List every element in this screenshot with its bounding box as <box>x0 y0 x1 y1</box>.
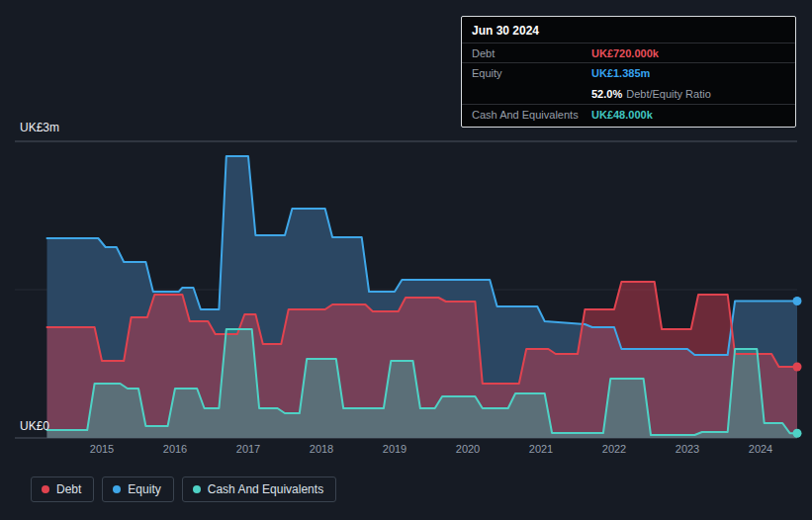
x-axis-tick-label: 2022 <box>602 443 626 455</box>
x-axis: 2015201620172018201920202021202220232024 <box>0 443 812 459</box>
tooltip-date: Jun 30 2024 <box>462 17 795 43</box>
debt-series-dot-icon <box>42 485 49 493</box>
chart-legend: Debt Equity Cash And Equivalents <box>31 477 336 502</box>
debt-equity-history-panel: UK£3m UK£0 20152016201720182019202020212… <box>0 0 812 520</box>
tooltip-ratio-label: Debt/Equity Ratio <box>626 88 711 100</box>
x-axis-tick-label: 2017 <box>236 443 260 455</box>
tooltip-debt-value: UK£720.000k <box>591 47 659 59</box>
tooltip-equity-row: Equity UK£1.385m <box>462 63 795 82</box>
x-axis-tick-label: 2021 <box>529 443 553 455</box>
chart-tooltip: Jun 30 2024 Debt UK£720.000k Equity UK£1… <box>461 16 796 128</box>
x-axis-tick-label: 2023 <box>676 443 699 455</box>
cash-series-dot-icon <box>193 485 201 493</box>
tooltip-ratio-row: 52.0%Debt/Equity Ratio <box>462 82 795 105</box>
x-axis-tick-label: 2024 <box>749 443 772 455</box>
tooltip-ratio-value: 52.0% <box>591 88 622 100</box>
tooltip-cash-label: Cash And Equivalents <box>472 109 591 121</box>
legend-item-cash[interactable]: Cash And Equivalents <box>182 477 336 502</box>
equity-series-dot-icon <box>113 485 121 493</box>
x-axis-tick-label: 2018 <box>310 443 333 455</box>
tooltip-equity-label: Equity <box>472 67 591 79</box>
legend-item-equity[interactable]: Equity <box>102 477 173 502</box>
x-axis-tick-label: 2016 <box>163 443 187 455</box>
legend-label-debt: Debt <box>56 482 81 496</box>
legend-label-equity: Equity <box>128 482 160 496</box>
x-axis-tick-label: 2020 <box>456 443 480 455</box>
y-axis-label-top: UK£3m <box>20 121 59 134</box>
tooltip-cash-value: UK£48.000k <box>591 109 653 121</box>
tooltip-equity-value: UK£1.385m <box>591 67 650 79</box>
tooltip-debt-label: Debt <box>472 47 591 59</box>
legend-label-cash: Cash And Equivalents <box>208 482 323 496</box>
tooltip-debt-row: Debt UK£720.000k <box>462 43 795 63</box>
tooltip-cash-row: Cash And Equivalents UK£48.000k <box>462 105 795 127</box>
x-axis-tick-label: 2015 <box>90 443 114 455</box>
x-axis-tick-label: 2019 <box>383 443 406 455</box>
y-axis-label-bottom: UK£0 <box>20 419 49 433</box>
legend-item-debt[interactable]: Debt <box>31 477 94 502</box>
